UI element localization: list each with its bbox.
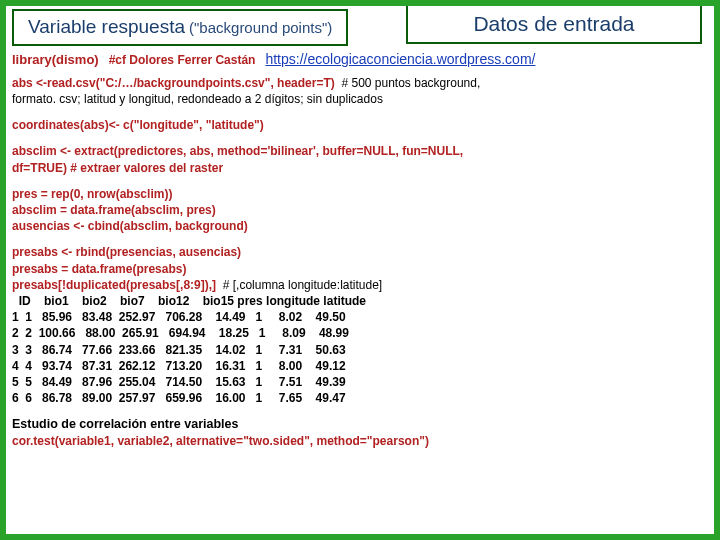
- table-row: 5 5 84.49 87.96 255.04 714.50 15.63 1 7.…: [12, 375, 346, 389]
- author-credit: #cf Dolores Ferrer Castán: [109, 52, 256, 68]
- title-right-text: Datos de entrada: [473, 12, 634, 35]
- title-left-box: Variable respuesta ("background points"): [12, 9, 348, 46]
- code-block-3: absclim <- extract(predictores, abs, met…: [12, 143, 708, 175]
- study-title: Estudio de correlación entre variables: [12, 416, 708, 433]
- table-row: 1 1 85.96 83.48 252.97 706.28 14.49 1 8.…: [12, 310, 346, 324]
- read-csv-comment: # 500 puntos background,: [335, 76, 480, 90]
- dedup-comment: # [,columna longitude:latitude]: [216, 278, 382, 292]
- table-header: ID bio1 bio2 bio7 bio12 bio15 pres longi…: [12, 294, 366, 308]
- correlation-study: Estudio de correlación entre variables c…: [12, 416, 708, 449]
- source-link[interactable]: https://ecologicaconciencia.wordpress.co…: [265, 50, 535, 69]
- absclim-df-line: absclim = data.frame(absclim, pres): [12, 203, 216, 217]
- presabs-df: presabs = data.frame(presabs): [12, 262, 186, 276]
- table-row: 2 2 100.66 88.00 265.91 694.94 18.25 1 8…: [12, 326, 349, 340]
- credit-row: library(dismo) #cf Dolores Ferrer Castán…: [12, 50, 708, 69]
- title-left-main: Variable respuesta: [28, 15, 185, 39]
- table-row: 6 6 86.78 89.00 257.97 659.96 16.00 1 7.…: [12, 391, 346, 405]
- title-left-sub: ("background points"): [189, 16, 332, 40]
- presabs-dedup: presabs[!duplicated(presabs[,8:9]),]: [12, 278, 216, 292]
- extract-line-b: df=TRUE) # extraer valores del raster: [12, 161, 223, 175]
- pres-line: pres = rep(0, nrow(absclim)): [12, 187, 172, 201]
- extract-line-a: absclim <- extract(predictores, abs, met…: [12, 144, 463, 158]
- table-row: 3 3 86.74 77.66 233.66 821.35 14.02 1 7.…: [12, 343, 346, 357]
- ausencias-line: ausencias <- cbind(absclim, background): [12, 219, 248, 233]
- title-right-box: Datos de entrada: [406, 4, 702, 44]
- table-row: 4 4 93.74 87.31 262.12 713.20 16.31 1 8.…: [12, 359, 346, 373]
- coordinates-line: coordinates(abs)<- c("longitude", "latit…: [12, 118, 264, 132]
- cor-test-line: cor.test(variable1, variable2, alternati…: [12, 434, 429, 448]
- code-block-1: abs <-read.csv("C:/…/backgroundpoints.cs…: [12, 75, 708, 107]
- library-call: library(dismo): [12, 51, 99, 69]
- code-block-4: pres = rep(0, nrow(absclim)) absclim = d…: [12, 186, 708, 235]
- slide-content: library(dismo) #cf Dolores Ferrer Castán…: [12, 50, 708, 449]
- read-csv-line: abs <-read.csv("C:/…/backgroundpoints.cs…: [12, 76, 335, 90]
- presabs-rbind: presabs <- rbind(presencias, ausencias): [12, 245, 241, 259]
- format-note: formato. csv; latitud y longitud, redond…: [12, 92, 383, 106]
- code-block-2: coordinates(abs)<- c("longitude", "latit…: [12, 117, 708, 133]
- code-block-5: presabs <- rbind(presencias, ausencias) …: [12, 244, 708, 406]
